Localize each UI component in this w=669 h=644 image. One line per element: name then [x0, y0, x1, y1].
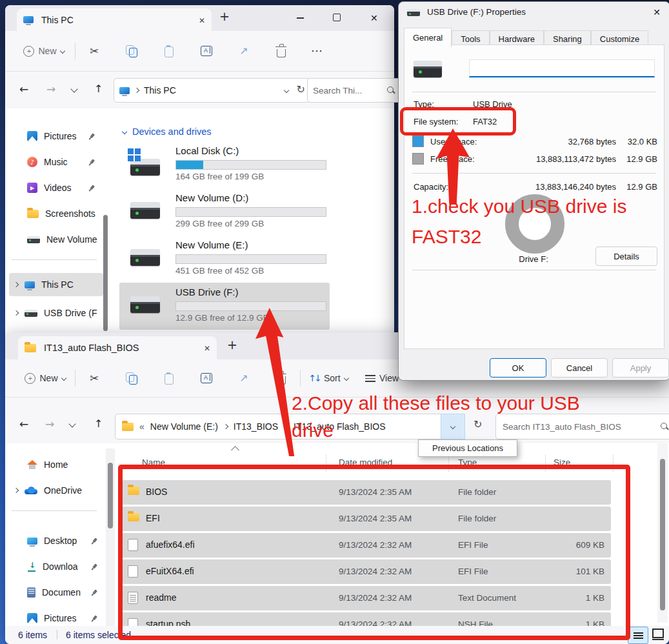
sidebar-label: Pictures	[44, 613, 77, 623]
sidebar-item-screenshots[interactable]: Screenshots	[27, 204, 95, 223]
sidebar-item-pictures[interactable]: Pictures	[27, 126, 77, 146]
annotation-step1-line2: FAST32	[412, 226, 481, 248]
free-space-swatch	[412, 153, 424, 165]
close-button[interactable]	[370, 13, 378, 23]
paste-button[interactable]	[150, 372, 188, 385]
tab-close-icon[interactable]	[199, 15, 205, 25]
breadcrumb-new-volume-e[interactable]: New Volume (E:)	[150, 421, 218, 432]
capacity-label: Capacity:	[414, 182, 448, 192]
folder-icon	[27, 210, 39, 218]
sidebar-item-downloads[interactable]: Downloa	[27, 557, 77, 576]
list-scrollbar[interactable]	[660, 459, 665, 610]
up-button[interactable]	[94, 84, 103, 94]
cut-button[interactable]	[75, 373, 113, 384]
share-icon	[239, 46, 248, 56]
address-bar[interactable]: This PC	[114, 78, 311, 103]
sidebar-scrollbar[interactable]	[103, 215, 108, 331]
document-icon	[27, 587, 35, 598]
new-tab-button[interactable]	[219, 10, 230, 23]
drive-item-local-disk-c[interactable]: Local Disk (C:) 164 GB free of 199 GB	[123, 145, 333, 191]
collapse-chevron-icon[interactable]	[122, 129, 127, 134]
up-button[interactable]	[94, 419, 103, 429]
sidebar-item-documents[interactable]: Documen	[27, 583, 81, 602]
tab-close-icon[interactable]	[204, 343, 210, 353]
drive-caption: 299 GB free of 299 GB	[175, 219, 264, 228]
search-box[interactable]: Search IT13_auto Flash_BIOS	[495, 414, 669, 439]
search-icon	[660, 422, 669, 431]
share-button[interactable]	[225, 373, 263, 383]
plus-circle-icon	[23, 46, 34, 57]
paste-icon	[165, 374, 174, 385]
plus-circle-icon	[25, 373, 35, 384]
apply-button[interactable]: Apply	[612, 358, 669, 377]
search-box[interactable]: Search Thi...	[307, 78, 401, 103]
drive-name: USB Drive (F:)	[175, 287, 239, 297]
icons-view-icon-line	[652, 639, 664, 640]
expand-chevron-icon[interactable]	[14, 310, 19, 316]
address-dropdown-button[interactable]	[441, 414, 465, 439]
copy-button[interactable]	[113, 45, 150, 57]
minimize-button[interactable]	[297, 17, 304, 19]
drive-item-usb-drive-f[interactable]: USB Drive (F:) 12.9 GB free of 12.9 GB	[123, 286, 333, 332]
pin-icon	[89, 536, 99, 545]
history-chevron-icon[interactable]	[70, 85, 77, 92]
details-button[interactable]: Details	[595, 247, 657, 266]
rename-button[interactable]	[188, 46, 225, 56]
new-button[interactable]: New	[17, 46, 71, 57]
tab-it13-auto-flash-bios[interactable]: IT13_auto Flash_BIOS	[18, 336, 217, 359]
breadcrumb-overflow[interactable]: «	[139, 421, 145, 432]
drive-item-new-volume-d[interactable]: New Volume (D:) 299 GB free of 299 GB	[123, 192, 333, 238]
forward-button[interactable]	[46, 84, 55, 95]
dialog-close-button[interactable]	[653, 7, 661, 17]
cut-button[interactable]	[75, 46, 113, 57]
breadcrumb[interactable]: This PC	[144, 85, 176, 96]
sidebar-scroll-track[interactable]	[106, 448, 115, 636]
paste-button[interactable]	[150, 45, 188, 57]
sidebar-item-this-pc[interactable]: This PC	[14, 275, 74, 294]
back-button[interactable]	[19, 84, 28, 95]
maximize-button[interactable]	[333, 14, 341, 21]
delete-button[interactable]	[263, 45, 300, 57]
cancel-button[interactable]: Cancel	[551, 358, 608, 377]
breadcrumb-it13-bios[interactable]: IT13_BIOS	[234, 421, 278, 432]
rename-icon	[201, 46, 212, 56]
new-button[interactable]: New	[18, 373, 72, 384]
rename-button[interactable]	[188, 373, 225, 383]
tab-general[interactable]: General	[404, 28, 452, 48]
history-chevron-icon[interactable]	[68, 420, 75, 427]
refresh-icon[interactable]	[297, 85, 305, 95]
sidebar-item-onedrive[interactable]: OneDrive	[14, 481, 82, 500]
sidebar-item-music[interactable]: Music	[27, 152, 68, 172]
dialog-title: USB Drive (F:) Properties	[427, 7, 526, 17]
address-dropdown-icon[interactable]	[284, 88, 289, 93]
details-view-button[interactable]	[628, 627, 648, 644]
sidebar-item-pictures[interactable]: Pictures	[27, 609, 77, 628]
back-button[interactable]	[19, 419, 28, 430]
drive-icon	[407, 9, 420, 16]
sidebar-item-videos[interactable]: Videos	[27, 178, 72, 197]
sidebar-item-usb-drive[interactable]: USB Drive (F	[14, 303, 97, 323]
forward-button[interactable]	[45, 419, 54, 430]
paste-icon	[165, 46, 174, 57]
drive-item-new-volume-e[interactable]: New Volume (E:) 451 GB free of 452 GB	[123, 239, 333, 285]
volume-label-input[interactable]	[469, 59, 655, 77]
icons-view-button[interactable]	[651, 628, 665, 641]
share-button[interactable]	[225, 46, 263, 56]
breadcrumb-chevron-icon	[134, 88, 139, 93]
more-options-button[interactable]	[300, 45, 334, 57]
sidebar-item-desktop[interactable]: Desktop	[27, 531, 77, 550]
capacity-human: 12.9 GB	[617, 182, 657, 192]
sort-button[interactable]: Sort	[301, 373, 356, 383]
expand-chevron-icon[interactable]	[14, 282, 19, 287]
details-view-icon	[634, 632, 643, 639]
ok-button[interactable]: OK	[490, 358, 546, 377]
sidebar-item-new-volume[interactable]: New Volume	[27, 230, 97, 249]
refresh-button[interactable]	[474, 419, 482, 430]
expand-chevron-icon[interactable]	[14, 488, 19, 493]
new-tab-button[interactable]	[227, 339, 237, 351]
chevron-down-icon	[343, 376, 348, 381]
group-header-devices-and-drives[interactable]: Devices and drives	[123, 126, 212, 137]
list-scroll-track[interactable]	[657, 443, 668, 623]
tab-this-pc[interactable]: This PC	[17, 8, 212, 31]
copy-button[interactable]	[113, 372, 150, 385]
